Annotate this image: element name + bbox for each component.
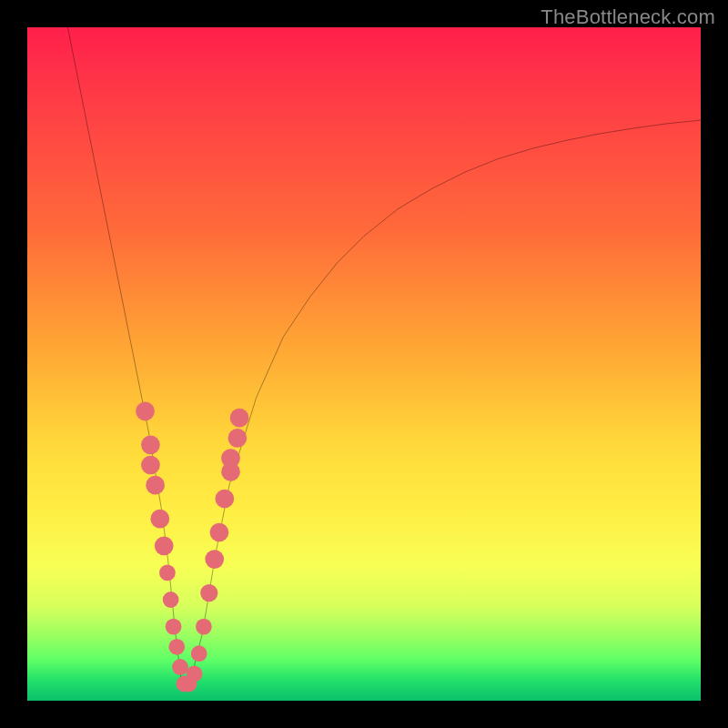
marker-dot — [150, 510, 169, 529]
chart-frame: TheBottleneck.com — [0, 0, 728, 728]
marker-dot — [141, 435, 160, 454]
watermark-text: TheBottleneck.com — [541, 5, 715, 29]
marker-dot — [166, 619, 182, 635]
marker-dot — [187, 666, 203, 682]
plot-area — [27, 27, 701, 701]
marker-dot — [230, 409, 249, 428]
marker-dot — [196, 619, 212, 635]
marker-dot — [168, 639, 185, 655]
markers-group — [136, 401, 248, 692]
marker-dot — [221, 449, 240, 468]
marker-dot — [191, 645, 207, 662]
marker-dot — [210, 523, 229, 542]
marker-dot — [136, 401, 155, 420]
marker-dot — [172, 659, 188, 675]
marker-dot — [159, 565, 176, 581]
marker-dot — [205, 550, 224, 569]
marker-dot — [155, 536, 174, 555]
marker-dot — [200, 584, 217, 602]
marker-dot — [215, 490, 234, 509]
bottleneck-curve-path — [67, 27, 701, 687]
marker-dot — [141, 456, 160, 475]
marker-dot — [163, 592, 179, 608]
marker-dot — [146, 476, 165, 495]
curve-svg — [27, 27, 701, 701]
marker-dot — [228, 429, 248, 448]
